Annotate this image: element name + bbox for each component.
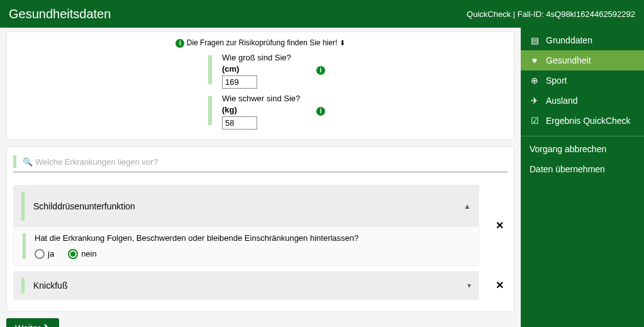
disease-header[interactable]: Knickfuß ▾ bbox=[14, 272, 479, 299]
heart-icon: ♥ bbox=[530, 55, 540, 65]
height-unit: (cm) bbox=[222, 64, 239, 74]
cancel-action[interactable]: Vorgang abbrechen bbox=[521, 139, 644, 159]
remove-disease-button[interactable]: ✕ bbox=[492, 216, 508, 235]
weight-unit: (kg) bbox=[222, 105, 237, 114]
plane-icon: ✈ bbox=[530, 96, 540, 106]
sidebar-item-ausland[interactable]: ✈ Ausland bbox=[521, 91, 644, 111]
sidebar-item-label: Grunddaten bbox=[546, 35, 592, 45]
accent-bar bbox=[13, 155, 16, 168]
ball-icon: ⊕ bbox=[530, 75, 540, 86]
disease-row: Knickfuß ▾ ✕ bbox=[13, 271, 508, 300]
disease-search-input[interactable] bbox=[33, 155, 508, 169]
submit-action[interactable]: Daten übernehmen bbox=[521, 159, 644, 179]
search-wrap bbox=[13, 153, 508, 172]
top-bar: Gesundheitsdaten QuickCheck | Fall-ID: 4… bbox=[0, 0, 644, 28]
download-icon[interactable] bbox=[340, 38, 345, 47]
height-input[interactable] bbox=[222, 75, 257, 89]
sidebar: ▤ Grunddaten ♥ Gesundheit ⊕ Sport ✈ Ausl… bbox=[521, 28, 644, 327]
weight-label: Wie schwer sind Sie? bbox=[222, 94, 300, 103]
info-icon[interactable]: i bbox=[316, 107, 325, 116]
sidebar-item-label: Gesundheit bbox=[546, 55, 591, 65]
chevron-down-icon[interactable]: ▾ bbox=[467, 281, 471, 290]
remove-disease-button[interactable]: ✕ bbox=[492, 275, 508, 295]
disease-card: Schilddrüsenunterfunktion ▲ Hat die Erkr… bbox=[6, 147, 514, 312]
radio-nein[interactable]: nein bbox=[68, 249, 97, 259]
main-content: i Die Fragen zur Risikoprüfung finden Si… bbox=[0, 28, 521, 327]
height-row: Wie groß sind Sie? (cm) i bbox=[13, 52, 508, 89]
sidebar-item-sport[interactable]: ⊕ Sport bbox=[521, 70, 644, 91]
info-banner-text: Die Fragen zur Risikoprüfung finden Sie … bbox=[187, 38, 337, 47]
chevron-up-icon[interactable]: ▲ bbox=[464, 202, 471, 211]
accent-bar bbox=[23, 233, 26, 259]
disease-name: Schilddrüsenunterfunktion bbox=[33, 201, 464, 211]
weight-input[interactable] bbox=[222, 116, 257, 130]
disease-row: Schilddrüsenunterfunktion ▲ Hat die Erkr… bbox=[13, 185, 508, 266]
radio-nein-label: nein bbox=[81, 249, 97, 258]
page-title: Gesundheitsdaten bbox=[9, 7, 111, 21]
sidebar-item-label: Ausland bbox=[546, 96, 578, 106]
info-banner-card: i Die Fragen zur Risikoprüfung finden Si… bbox=[6, 31, 514, 140]
disease-item: Knickfuß ▾ bbox=[13, 271, 479, 300]
radio-ja[interactable]: ja bbox=[35, 249, 54, 259]
sidebar-item-grunddaten[interactable]: ▤ Grunddaten bbox=[521, 30, 644, 50]
sidebar-item-gesundheit[interactable]: ♥ Gesundheit bbox=[521, 50, 644, 70]
disease-question: Hat die Erkrankung Folgen, Beschwerden o… bbox=[35, 233, 358, 243]
disease-name: Knickfuß bbox=[33, 280, 467, 291]
sidebar-item-label: Ergebnis QuickCheck bbox=[546, 116, 631, 126]
chevron-right-icon: ❯ bbox=[43, 323, 50, 327]
info-icon[interactable]: i bbox=[316, 66, 325, 75]
case-id: QuickCheck | Fall-ID: 4sQ98kl16244625922… bbox=[467, 9, 635, 19]
next-button[interactable]: Weiter ❯ bbox=[6, 318, 59, 327]
weight-row: Wie schwer sind Sie? (kg) i bbox=[13, 92, 508, 130]
accent-bar bbox=[21, 192, 25, 221]
disease-item: Schilddrüsenunterfunktion ▲ Hat die Erkr… bbox=[13, 185, 479, 266]
height-label: Wie groß sind Sie? bbox=[222, 53, 291, 62]
accent-bar bbox=[21, 278, 25, 293]
sidebar-item-label: Sport bbox=[546, 75, 567, 86]
check-icon: ☑ bbox=[530, 116, 540, 126]
accent-bar bbox=[208, 96, 212, 125]
accent-bar bbox=[208, 55, 212, 84]
form-icon: ▤ bbox=[530, 35, 540, 45]
search-icon bbox=[23, 156, 33, 167]
radio-ja-label: ja bbox=[48, 249, 54, 258]
disease-header[interactable]: Schilddrüsenunterfunktion ▲ bbox=[14, 186, 479, 227]
info-icon: i bbox=[175, 39, 184, 48]
sidebar-item-ergebnis[interactable]: ☑ Ergebnis QuickCheck bbox=[521, 111, 644, 131]
disease-body: Hat die Erkrankung Folgen, Beschwerden o… bbox=[14, 227, 479, 265]
next-button-label: Weiter bbox=[15, 323, 40, 327]
